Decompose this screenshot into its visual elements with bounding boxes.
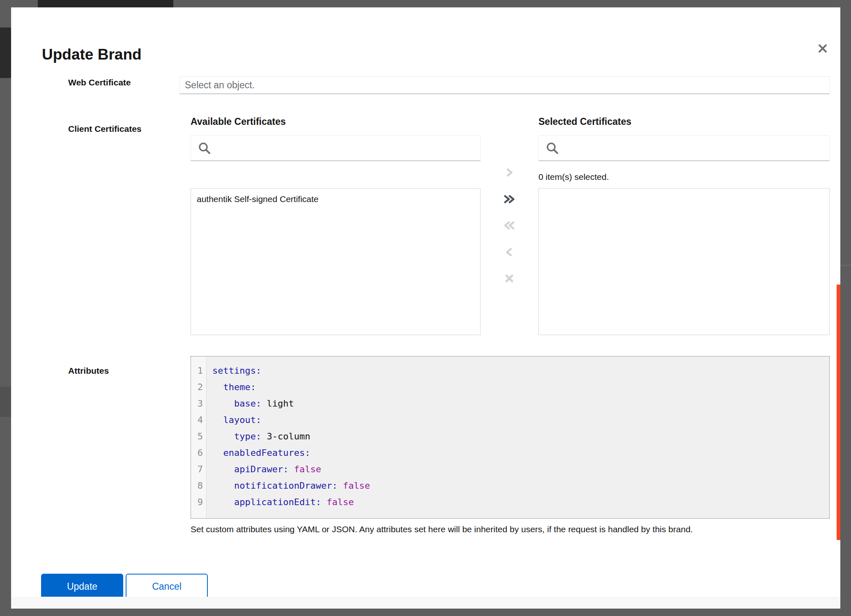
background-page-fragment xyxy=(0,28,11,78)
attributes-code-editor: 123456789 settings: theme: base: light l… xyxy=(191,356,830,519)
angle-double-left-icon xyxy=(502,220,517,231)
angle-right-icon xyxy=(504,167,515,178)
code-line: enabledFeatures: xyxy=(212,445,829,461)
search-icon xyxy=(545,141,559,155)
line-number: 5 xyxy=(191,428,206,445)
move-all-left-button[interactable] xyxy=(501,217,518,234)
line-number: 7 xyxy=(191,461,206,478)
attributes-help-text: Set custom attributes using YAML or JSON… xyxy=(191,524,815,535)
code-line: base: light xyxy=(212,395,829,412)
available-search-box xyxy=(191,135,481,161)
selected-list[interactable] xyxy=(538,188,830,335)
line-number: 8 xyxy=(191,478,206,494)
editor-gutter: 123456789 xyxy=(191,356,207,518)
background-page-fragment xyxy=(38,0,173,7)
client-certificates-label: Client Certificates xyxy=(68,124,142,134)
code-line: notificationDrawer: false xyxy=(212,478,829,494)
line-number: 2 xyxy=(191,379,206,395)
search-icon xyxy=(198,141,212,155)
available-search-input[interactable] xyxy=(212,136,480,161)
available-certificate-item[interactable]: authentik Self-signed Certificate xyxy=(191,188,480,209)
available-certificates-heading: Available Certificates xyxy=(191,116,286,127)
selected-search-input[interactable] xyxy=(559,136,829,161)
update-brand-modal: Update Brand Web Certificate Client Cert… xyxy=(11,7,840,609)
modal-footer-band xyxy=(11,597,840,609)
line-number: 1 xyxy=(191,363,206,379)
times-icon xyxy=(503,272,515,285)
move-selected-left-button[interactable] xyxy=(501,244,518,260)
modal-title: Update Brand xyxy=(42,46,142,64)
background-page-fragment xyxy=(840,265,851,266)
move-selected-right-button[interactable] xyxy=(501,164,518,181)
cancel-button[interactable]: Cancel xyxy=(126,574,208,599)
line-number: 6 xyxy=(191,445,206,461)
line-number: 4 xyxy=(191,412,206,428)
angle-double-right-icon xyxy=(502,193,517,205)
code-line: apiDrawer: false xyxy=(212,461,829,478)
version-alert-bar xyxy=(837,285,840,540)
code-line: theme: xyxy=(212,379,829,395)
editor-code[interactable]: settings: theme: base: light layout: typ… xyxy=(207,356,829,518)
web-certificate-label: Web Certificate xyxy=(68,77,131,88)
move-all-right-button[interactable] xyxy=(501,191,518,207)
available-list[interactable]: authentik Self-signed Certificate xyxy=(191,188,481,335)
web-certificate-select[interactable] xyxy=(179,76,830,94)
line-number: 3 xyxy=(191,395,206,412)
screen-backdrop: Update Brand Web Certificate Client Cert… xyxy=(0,0,851,616)
code-line: layout: xyxy=(212,412,829,428)
code-line: type: 3-column xyxy=(212,428,829,445)
close-button[interactable] xyxy=(812,38,833,59)
code-line: applicationEdit: false xyxy=(212,494,829,510)
update-button[interactable]: Update xyxy=(41,574,123,599)
code-line: settings: xyxy=(212,363,829,379)
clear-selection-button[interactable] xyxy=(501,270,518,287)
selected-certificates-heading: Selected Certificates xyxy=(538,116,631,127)
selected-count-status: 0 item(s) selected. xyxy=(538,172,609,182)
angle-left-icon xyxy=(504,246,515,258)
line-number: 9 xyxy=(191,494,206,510)
attributes-label: Attributes xyxy=(68,365,109,376)
close-icon xyxy=(817,43,828,54)
background-page-fragment xyxy=(0,387,11,417)
selected-search-box xyxy=(538,135,830,161)
